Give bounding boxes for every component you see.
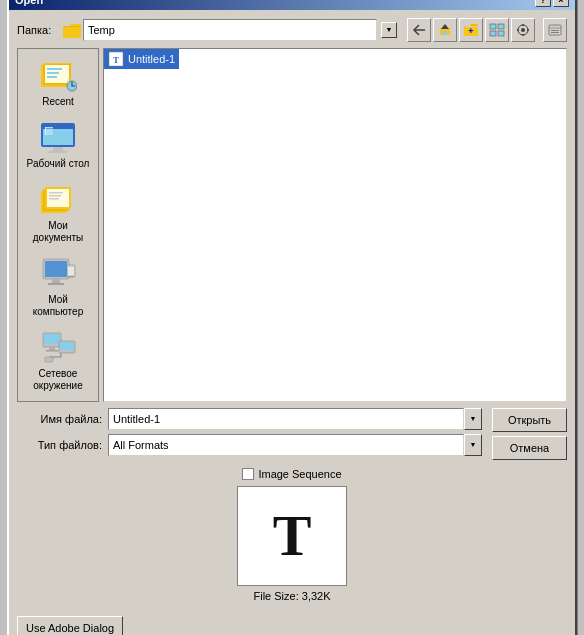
- sidebar: Recent: [17, 48, 99, 402]
- svg-rect-10: [490, 31, 496, 36]
- filetype-label: Тип файлов:: [17, 439, 102, 451]
- sidebar-item-recent[interactable]: Recent: [20, 53, 96, 113]
- folder-combo-box[interactable]: Temp: [83, 19, 377, 41]
- svg-text:T: T: [113, 55, 119, 65]
- svg-rect-43: [49, 195, 61, 197]
- filetype-dropdown-btn[interactable]: ▼: [464, 434, 482, 456]
- svg-rect-56: [46, 350, 58, 352]
- title-bar-controls: ? ×: [535, 0, 569, 7]
- title-bar: Open ? ×: [9, 0, 575, 10]
- file-item-icon: T: [108, 51, 124, 67]
- svg-text:+: +: [468, 26, 473, 36]
- filetype-combo: All Formats ▼: [108, 434, 482, 456]
- new-folder-button[interactable]: +: [459, 18, 483, 42]
- svg-rect-28: [47, 76, 57, 78]
- svg-rect-27: [47, 72, 59, 74]
- filename-input[interactable]: [108, 408, 464, 430]
- svg-rect-47: [45, 261, 67, 277]
- image-sequence-label: Image Sequence: [258, 468, 341, 480]
- cancel-button[interactable]: Отмена: [492, 436, 567, 460]
- file-size-text: File Size: 3,32K: [253, 590, 330, 602]
- svg-rect-26: [47, 68, 62, 70]
- filename-combo: ▼: [108, 408, 482, 430]
- open-dialog: Open ? × Папка: Temp: [7, 0, 577, 635]
- svg-rect-35: [45, 127, 53, 135]
- filename-dropdown-btn[interactable]: ▼: [464, 408, 482, 430]
- help-button[interactable]: ?: [535, 0, 551, 7]
- svg-rect-9: [498, 24, 504, 29]
- sidebar-item-documents[interactable]: Мои документы: [20, 177, 96, 249]
- file-browser[interactable]: T Untitled-1: [103, 48, 567, 402]
- tools-button[interactable]: [511, 18, 535, 42]
- svg-rect-37: [45, 127, 46, 135]
- desktop-icon: [38, 120, 78, 156]
- favorites-button[interactable]: [543, 18, 567, 42]
- use-adobe-dialog-button[interactable]: Use Adobe Dialog: [17, 616, 123, 636]
- open-button[interactable]: Открыть: [492, 408, 567, 432]
- file-item-untitled[interactable]: T Untitled-1: [104, 49, 179, 69]
- dialog-title: Open: [15, 0, 43, 6]
- svg-rect-33: [53, 147, 63, 151]
- svg-rect-4: [443, 31, 447, 35]
- folder-icon-small: [63, 22, 81, 38]
- svg-rect-55: [49, 347, 55, 350]
- preview-letter: T: [273, 507, 312, 565]
- svg-rect-48: [52, 279, 60, 283]
- documents-icon: [38, 182, 78, 218]
- svg-rect-34: [49, 151, 67, 153]
- svg-rect-58: [60, 342, 74, 350]
- svg-rect-11: [498, 31, 504, 36]
- svg-rect-49: [48, 283, 64, 285]
- svg-rect-42: [49, 192, 63, 194]
- toolbar-buttons: +: [407, 18, 535, 42]
- svg-rect-2: [63, 27, 81, 38]
- sidebar-item-desktop[interactable]: Рабочий стол: [20, 115, 96, 175]
- action-buttons: Открыть Отмена: [492, 408, 567, 460]
- svg-rect-20: [551, 30, 559, 31]
- image-sequence-checkbox[interactable]: [242, 468, 254, 480]
- svg-rect-54: [44, 334, 60, 344]
- computer-label: Мой компьютер: [33, 294, 83, 318]
- network-label: Сетевое окружение: [33, 368, 82, 392]
- sidebar-item-network[interactable]: Сетевое окружение: [20, 325, 96, 397]
- folder-combo-arrow[interactable]: ▼: [381, 22, 397, 38]
- dialog-content: Папка: Temp ▼: [9, 10, 575, 610]
- current-folder-text: Temp: [88, 24, 115, 36]
- folder-label: Папка:: [17, 24, 57, 36]
- svg-rect-51: [68, 267, 74, 275]
- image-sequence-row: Image Sequence: [17, 468, 567, 480]
- folder-select-wrapper: Temp ▼: [63, 19, 397, 41]
- file-name: Untitled-1: [128, 53, 175, 65]
- title-bar-left: Open: [15, 0, 43, 6]
- svg-rect-44: [49, 198, 59, 200]
- filename-row: Имя файла: ▼: [17, 408, 482, 430]
- svg-rect-8: [490, 24, 496, 29]
- svg-rect-61: [45, 357, 53, 362]
- close-button[interactable]: ×: [553, 0, 569, 7]
- filetype-row: Тип файлов: All Formats ▼: [17, 434, 482, 456]
- up-button[interactable]: [433, 18, 457, 42]
- svg-point-13: [521, 28, 525, 32]
- preview-box: T: [237, 486, 347, 586]
- svg-rect-36: [45, 127, 53, 128]
- back-button[interactable]: [407, 18, 431, 42]
- preview-area: T File Size: 3,32K: [17, 486, 567, 602]
- filetype-value: All Formats: [108, 434, 464, 456]
- sidebar-item-computer[interactable]: Мой компьютер: [20, 251, 96, 323]
- filename-label: Имя файла:: [17, 413, 102, 425]
- fields-area: Имя файла: ▼ Тип файлов: All Formats ▼: [17, 408, 482, 456]
- bottom-bar: Use Adobe Dialog: [9, 610, 575, 636]
- svg-rect-21: [551, 32, 559, 33]
- recent-icon: [38, 58, 78, 94]
- network-icon: [38, 330, 78, 366]
- main-area: Recent: [17, 48, 567, 402]
- computer-icon: [38, 256, 78, 292]
- svg-rect-52: [68, 276, 74, 278]
- fields-and-buttons: Имя файла: ▼ Тип файлов: All Formats ▼ О…: [17, 408, 567, 460]
- view-button[interactable]: [485, 18, 509, 42]
- documents-label: Мои документы: [33, 220, 84, 244]
- toolbar-row: Папка: Temp ▼: [17, 18, 567, 42]
- desktop-label: Рабочий стол: [27, 158, 90, 170]
- recent-label: Recent: [42, 96, 74, 108]
